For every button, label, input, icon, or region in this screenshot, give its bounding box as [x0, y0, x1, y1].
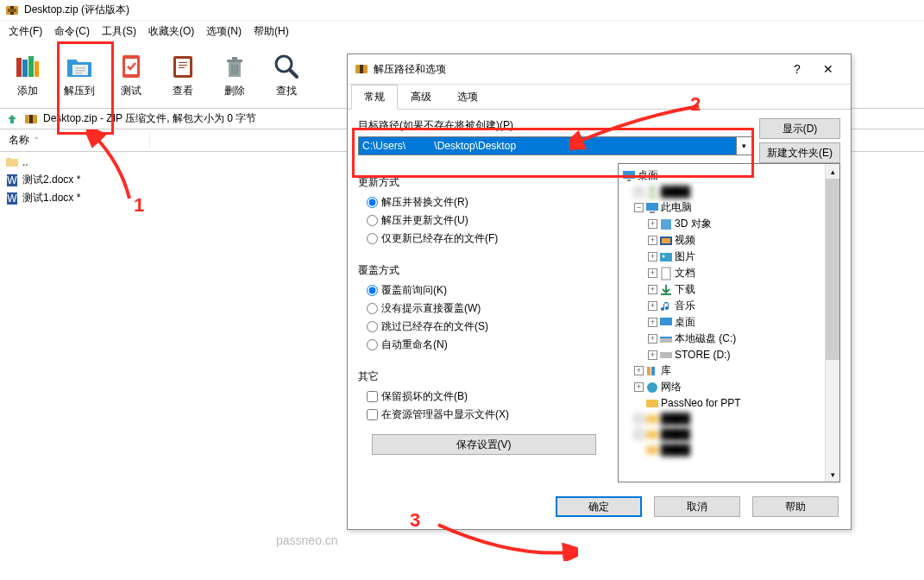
tree-item-documents[interactable]: +文档: [622, 265, 838, 281]
tree-item-folder-passneo[interactable]: PassNeo for PPT: [622, 395, 838, 411]
check-keep-broken[interactable]: 保留损坏的文件(B): [358, 388, 609, 406]
tree-item-libraries[interactable]: +库: [622, 362, 838, 379]
tree-item-folder[interactable]: +████: [622, 426, 838, 442]
tree-item-disk-c[interactable]: +本地磁盘 (C:): [622, 331, 838, 347]
tree-item-user[interactable]: +████: [622, 184, 838, 199]
expand-icon[interactable]: +: [648, 301, 657, 311]
svg-rect-35: [360, 65, 363, 73]
tree-item-3dobjects[interactable]: +3D 对象: [622, 216, 838, 232]
svg-rect-22: [236, 65, 238, 74]
tree-item-desktop2[interactable]: +桌面: [622, 314, 838, 331]
delete-button[interactable]: 删除: [209, 44, 261, 106]
tree-item-thispc[interactable]: −此电脑: [622, 199, 838, 216]
svg-rect-50: [660, 337, 672, 338]
check-show-in-explorer[interactable]: 在资源管理器中显示文件(X): [358, 406, 609, 424]
menu-file[interactable]: 文件(F): [3, 22, 47, 41]
scroll-track[interactable]: [826, 179, 839, 467]
sort-caret-icon: ˄: [35, 136, 39, 145]
new-folder-button[interactable]: 新建文件夹(E): [759, 142, 840, 163]
desktop-icon: [659, 316, 673, 330]
docx-icon: W: [5, 173, 19, 187]
menu-command[interactable]: 命令(C): [49, 22, 95, 41]
add-button[interactable]: 添加: [2, 44, 53, 106]
svg-rect-23: [232, 57, 237, 60]
menu-help[interactable]: 帮助(H): [248, 22, 294, 41]
radio-extract-replace[interactable]: 解压并替换文件(R): [358, 193, 609, 211]
expand-icon[interactable]: +: [648, 285, 657, 294]
svg-rect-18: [227, 60, 242, 62]
tree-item-folder[interactable]: ████: [622, 442, 838, 457]
tree-item-pictures[interactable]: +图片: [622, 249, 838, 265]
svg-rect-20: [231, 65, 233, 74]
view-button[interactable]: 查看: [157, 44, 209, 106]
ok-button[interactable]: 确定: [556, 496, 642, 517]
main-titlebar: Desktop.zip (评估版本): [0, 0, 924, 21]
radio-overwrite-noask[interactable]: 没有提示直接覆盖(W): [358, 299, 609, 318]
folder-tree[interactable]: 桌面 +████ −此电脑 +3D 对象 +视频 +图片 +文档 +下载 +音乐…: [618, 163, 840, 482]
collapse-icon[interactable]: −: [634, 203, 644, 212]
radio-extract-update[interactable]: 解压并更新文件(U): [358, 211, 609, 230]
column-name[interactable]: 名称 ˄: [3, 131, 150, 149]
svg-rect-27: [29, 115, 33, 123]
destination-path-input[interactable]: [358, 136, 737, 155]
svg-text:W: W: [7, 174, 17, 186]
dialog-footer: 确定 取消 帮助: [348, 489, 851, 529]
tab-options[interactable]: 选项: [444, 85, 491, 110]
radio-skip-existing[interactable]: 跳过已经存在的文件(S): [358, 318, 609, 336]
tree-item-network[interactable]: +网络: [622, 379, 838, 395]
expand-icon[interactable]: +: [634, 382, 644, 392]
path-dropdown-button[interactable]: ▾: [737, 136, 752, 155]
scroll-thumb[interactable]: [826, 179, 839, 360]
expand-icon[interactable]: +: [648, 268, 657, 278]
menu-options[interactable]: 选项(N): [201, 22, 247, 41]
dialog-help-button[interactable]: ?: [782, 60, 813, 79]
svg-rect-5: [28, 56, 34, 77]
extract-dialog: 解压路径和选项 ? ✕ 常规 高级 选项 目标路径(如果不存在将被创建)(P) …: [347, 54, 852, 530]
svg-rect-21: [234, 65, 236, 74]
tree-item-desktop[interactable]: 桌面: [622, 167, 838, 184]
help-button[interactable]: 帮助: [752, 496, 839, 517]
find-button[interactable]: 查找: [261, 44, 312, 106]
tab-advanced[interactable]: 高级: [398, 85, 444, 110]
tree-item-video[interactable]: +视频: [622, 232, 838, 249]
save-settings-button[interactable]: 保存设置(V): [372, 434, 596, 455]
radio-ask-overwrite[interactable]: 覆盖前询问(K): [358, 281, 609, 299]
menu-favorites[interactable]: 收藏夹(O): [143, 22, 199, 41]
expand-icon[interactable]: +: [648, 219, 657, 229]
tab-general[interactable]: 常规: [351, 85, 398, 110]
tree-item-folder[interactable]: +████: [622, 411, 838, 426]
expand-icon[interactable]: +: [648, 252, 657, 262]
expand-icon[interactable]: +: [634, 414, 644, 424]
folder-icon: [645, 396, 659, 410]
group-other: 其它 保留损坏的文件(B) 在资源管理器中显示文件(X): [358, 366, 609, 427]
test-button[interactable]: 测试: [105, 44, 157, 106]
scroll-up-button[interactable]: ▴: [826, 164, 839, 179]
tree-item-downloads[interactable]: +下载: [622, 281, 838, 298]
svg-rect-14: [176, 59, 190, 75]
expand-icon[interactable]: +: [634, 430, 644, 439]
radio-fresh-only[interactable]: 仅更新已经存在的文件(F): [358, 230, 609, 248]
svg-text:W: W: [7, 192, 17, 205]
menu-tools[interactable]: 工具(S): [97, 22, 141, 41]
svg-rect-52: [647, 367, 651, 375]
svg-rect-46: [662, 268, 670, 280]
radio-auto-rename[interactable]: 自动重命名(N): [358, 336, 609, 354]
expand-icon[interactable]: +: [648, 318, 657, 327]
expand-icon[interactable]: +: [648, 350, 657, 360]
tree-item-music[interactable]: +音乐: [622, 298, 838, 314]
svg-rect-48: [660, 318, 672, 325]
tree-scrollbar[interactable]: ▴ ▾: [825, 164, 839, 482]
show-button[interactable]: 显示(D): [759, 118, 840, 139]
dialog-close-button[interactable]: ✕: [813, 60, 844, 79]
scroll-down-button[interactable]: ▾: [826, 467, 839, 482]
svg-rect-43: [662, 238, 670, 243]
expand-icon[interactable]: +: [648, 334, 657, 344]
cancel-button[interactable]: 取消: [654, 496, 740, 517]
expand-icon[interactable]: +: [634, 366, 644, 375]
expand-icon[interactable]: +: [648, 236, 657, 245]
group-legend: 其它: [358, 369, 609, 384]
svg-rect-28: [6, 159, 18, 167]
expand-icon[interactable]: +: [634, 187, 644, 197]
tree-item-disk-d[interactable]: +STORE (D:): [622, 347, 838, 362]
extract-to-button[interactable]: 解压到: [53, 44, 105, 106]
